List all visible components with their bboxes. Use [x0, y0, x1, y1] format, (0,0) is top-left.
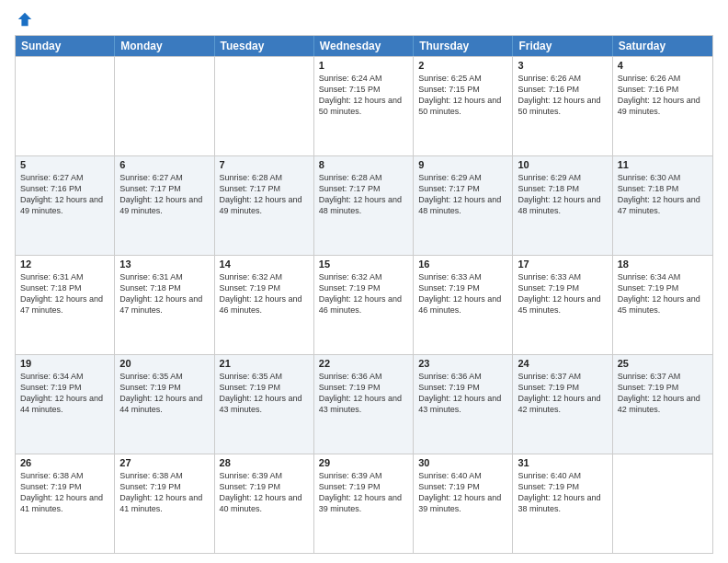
cell-details: Sunrise: 6:30 AMSunset: 7:18 PMDaylight:… — [618, 172, 708, 217]
cell-details: Sunrise: 6:34 AMSunset: 7:19 PMDaylight:… — [20, 371, 109, 416]
cell-details: Sunrise: 6:36 AMSunset: 7:19 PMDaylight:… — [319, 371, 408, 416]
cell-details: Sunrise: 6:27 AMSunset: 7:17 PMDaylight:… — [119, 172, 209, 217]
sunset-text: Sunset: 7:17 PM — [220, 184, 281, 193]
daylight-text: Daylight: 12 hours and 43 minutes. — [220, 394, 302, 414]
day-number: 2 — [418, 60, 507, 71]
sunrise-text: Sunrise: 6:35 AM — [220, 372, 283, 381]
table-row: 4Sunrise: 6:26 AMSunset: 7:16 PMDaylight… — [613, 57, 712, 155]
sunrise-text: Sunrise: 6:36 AM — [319, 372, 382, 381]
day-number: 23 — [418, 358, 507, 369]
cell-details: Sunrise: 6:40 AMSunset: 7:19 PMDaylight:… — [518, 470, 607, 515]
sunrise-text: Sunrise: 6:34 AM — [618, 272, 681, 282]
table-row: 12Sunrise: 6:31 AMSunset: 7:18 PMDayligh… — [16, 256, 115, 354]
daylight-text: Daylight: 12 hours and 41 minutes. — [20, 493, 103, 513]
cell-details: Sunrise: 6:35 AMSunset: 7:19 PMDaylight:… — [220, 371, 309, 416]
daylight-text: Daylight: 12 hours and 50 minutes. — [319, 96, 402, 116]
sunset-text: Sunset: 7:19 PM — [618, 283, 679, 293]
table-row — [613, 454, 712, 553]
day-number: 30 — [418, 457, 507, 468]
day-number: 16 — [418, 259, 507, 270]
daylight-text: Daylight: 12 hours and 48 minutes. — [418, 195, 501, 215]
cell-details: Sunrise: 6:25 AMSunset: 7:15 PMDaylight:… — [418, 73, 507, 118]
sunrise-text: Sunrise: 6:29 AM — [518, 173, 581, 182]
daylight-text: Daylight: 12 hours and 48 minutes. — [319, 195, 402, 215]
sunrise-text: Sunrise: 6:31 AM — [20, 272, 84, 282]
sunset-text: Sunset: 7:19 PM — [618, 383, 679, 392]
page: SundayMondayTuesdayWednesdayThursdayFrid… — [0, 0, 728, 563]
day-number: 3 — [518, 60, 607, 71]
sunset-text: Sunset: 7:19 PM — [220, 383, 281, 392]
daylight-text: Daylight: 12 hours and 45 minutes. — [518, 294, 600, 315]
sunrise-text: Sunrise: 6:26 AM — [518, 74, 581, 83]
table-row: 15Sunrise: 6:32 AMSunset: 7:19 PMDayligh… — [314, 256, 414, 354]
day-number: 28 — [220, 457, 309, 468]
header-cell-wednesday: Wednesday — [314, 36, 414, 56]
daylight-text: Daylight: 12 hours and 47 minutes. — [119, 294, 202, 315]
sunset-text: Sunset: 7:19 PM — [418, 383, 480, 392]
sunset-text: Sunset: 7:19 PM — [220, 482, 281, 491]
sunrise-text: Sunrise: 6:38 AM — [20, 471, 84, 480]
day-number: 27 — [119, 457, 209, 468]
day-number: 31 — [518, 457, 607, 468]
sunset-text: Sunset: 7:17 PM — [119, 184, 181, 193]
day-number: 1 — [319, 60, 408, 71]
sunset-text: Sunset: 7:17 PM — [319, 184, 381, 193]
calendar-body: 1Sunrise: 6:24 AMSunset: 7:15 PMDaylight… — [16, 56, 712, 553]
table-row: 1Sunrise: 6:24 AMSunset: 7:15 PMDaylight… — [314, 57, 414, 155]
cell-details: Sunrise: 6:29 AMSunset: 7:17 PMDaylight:… — [418, 172, 507, 217]
table-row: 16Sunrise: 6:33 AMSunset: 7:19 PMDayligh… — [414, 256, 513, 354]
sunrise-text: Sunrise: 6:24 AM — [319, 74, 382, 83]
calendar-row-5: 26Sunrise: 6:38 AMSunset: 7:19 PMDayligh… — [16, 454, 712, 553]
table-row: 29Sunrise: 6:39 AMSunset: 7:19 PMDayligh… — [314, 454, 414, 553]
sunset-text: Sunset: 7:19 PM — [119, 482, 181, 491]
sunset-text: Sunset: 7:19 PM — [518, 482, 579, 491]
daylight-text: Daylight: 12 hours and 49 minutes. — [220, 195, 302, 215]
sunrise-text: Sunrise: 6:28 AM — [319, 173, 382, 182]
cell-details: Sunrise: 6:26 AMSunset: 7:16 PMDaylight:… — [518, 73, 607, 118]
daylight-text: Daylight: 12 hours and 42 minutes. — [518, 394, 600, 414]
daylight-text: Daylight: 12 hours and 50 minutes. — [518, 96, 600, 116]
table-row: 24Sunrise: 6:37 AMSunset: 7:19 PMDayligh… — [513, 355, 612, 454]
day-number: 6 — [119, 159, 209, 170]
calendar: SundayMondayTuesdayWednesdayThursdayFrid… — [15, 35, 713, 554]
day-number: 24 — [518, 358, 607, 369]
sunrise-text: Sunrise: 6:33 AM — [518, 272, 581, 282]
day-number: 9 — [418, 159, 507, 170]
sunset-text: Sunset: 7:16 PM — [20, 184, 82, 193]
table-row: 28Sunrise: 6:39 AMSunset: 7:19 PMDayligh… — [215, 454, 314, 553]
sunrise-text: Sunrise: 6:36 AM — [418, 372, 482, 381]
cell-details: Sunrise: 6:27 AMSunset: 7:16 PMDaylight:… — [20, 172, 109, 217]
sunrise-text: Sunrise: 6:40 AM — [418, 471, 482, 480]
day-number: 17 — [518, 259, 607, 270]
sunrise-text: Sunrise: 6:25 AM — [418, 74, 482, 83]
table-row: 7Sunrise: 6:28 AMSunset: 7:17 PMDaylight… — [215, 156, 314, 255]
cell-details: Sunrise: 6:37 AMSunset: 7:19 PMDaylight:… — [518, 371, 607, 416]
cell-details: Sunrise: 6:40 AMSunset: 7:19 PMDaylight:… — [418, 470, 507, 515]
sunset-text: Sunset: 7:18 PM — [119, 283, 181, 293]
daylight-text: Daylight: 12 hours and 50 minutes. — [418, 96, 501, 116]
day-number: 19 — [20, 358, 109, 369]
sunrise-text: Sunrise: 6:37 AM — [618, 372, 681, 381]
header-cell-thursday: Thursday — [414, 36, 513, 56]
cell-details: Sunrise: 6:39 AMSunset: 7:19 PMDaylight:… — [220, 470, 309, 515]
sunset-text: Sunset: 7:18 PM — [618, 184, 679, 193]
daylight-text: Daylight: 12 hours and 47 minutes. — [20, 294, 103, 315]
cell-details: Sunrise: 6:31 AMSunset: 7:18 PMDaylight:… — [20, 271, 109, 316]
table-row: 5Sunrise: 6:27 AMSunset: 7:16 PMDaylight… — [16, 156, 115, 255]
sunset-text: Sunset: 7:19 PM — [518, 383, 579, 392]
day-number: 22 — [319, 358, 408, 369]
cell-details: Sunrise: 6:28 AMSunset: 7:17 PMDaylight:… — [319, 172, 408, 217]
day-number: 29 — [319, 457, 408, 468]
day-number: 5 — [20, 159, 109, 170]
table-row: 9Sunrise: 6:29 AMSunset: 7:17 PMDaylight… — [414, 156, 513, 255]
sunset-text: Sunset: 7:19 PM — [119, 383, 181, 392]
calendar-row-3: 12Sunrise: 6:31 AMSunset: 7:18 PMDayligh… — [16, 255, 712, 354]
calendar-row-4: 19Sunrise: 6:34 AMSunset: 7:19 PMDayligh… — [16, 354, 712, 454]
cell-details: Sunrise: 6:39 AMSunset: 7:19 PMDaylight:… — [319, 470, 408, 515]
logo — [15, 11, 35, 28]
cell-details: Sunrise: 6:33 AMSunset: 7:19 PMDaylight:… — [518, 271, 607, 316]
cell-details: Sunrise: 6:33 AMSunset: 7:19 PMDaylight:… — [418, 271, 507, 316]
daylight-text: Daylight: 12 hours and 39 minutes. — [319, 493, 402, 513]
sunset-text: Sunset: 7:19 PM — [20, 383, 82, 392]
calendar-header: SundayMondayTuesdayWednesdayThursdayFrid… — [16, 36, 712, 56]
